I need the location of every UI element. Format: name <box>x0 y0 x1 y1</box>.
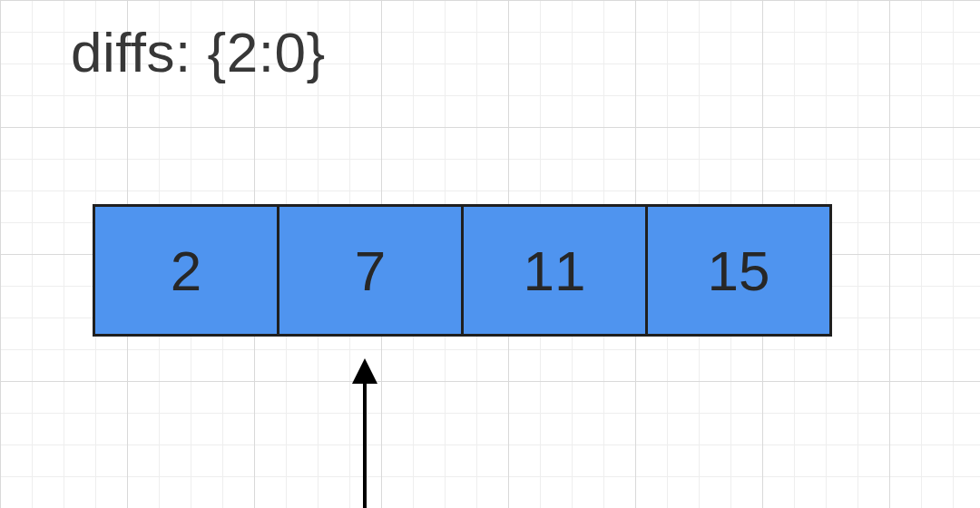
array-cell-value: 2 <box>171 239 201 303</box>
array-cell: 11 <box>461 207 645 334</box>
array-cell-value: 7 <box>355 239 386 303</box>
array-row: 271115 <box>93 204 832 337</box>
array-cell: 2 <box>95 207 277 334</box>
caption-value: {2:0} <box>208 21 326 83</box>
array-cell: 7 <box>277 207 461 334</box>
pointer-arrow <box>352 358 377 508</box>
array-cell-value: 11 <box>524 239 586 303</box>
array-cell-value: 15 <box>708 239 770 303</box>
array-cell: 15 <box>645 207 829 334</box>
caption-prefix: diffs: <box>71 21 208 83</box>
arrow-shaft <box>363 384 367 508</box>
diffs-caption: diffs: {2:0} <box>71 20 326 84</box>
arrow-up-icon <box>352 358 377 384</box>
